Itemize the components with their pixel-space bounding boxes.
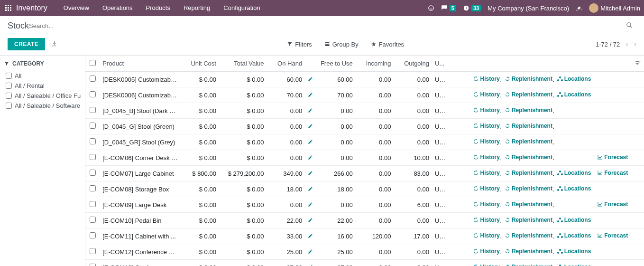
debug-icon[interactable] [576, 5, 582, 11]
replenishment-button[interactable]: Replenishment [505, 91, 552, 98]
pager-next[interactable]: › [634, 40, 636, 48]
table-row[interactable]: [DESK0005] Customizable...$ 0.00$ 0.0060… [85, 72, 644, 87]
menu-item-reporting[interactable]: Reporting [177, 0, 217, 16]
table-row[interactable]: [D_0045_G] Stool (Green)$ 0.00$ 0.000.00… [85, 119, 644, 134]
messages-icon[interactable]: 5 [441, 5, 456, 11]
col-outgoing[interactable]: Outgoing [394, 56, 432, 72]
row-checkbox[interactable] [90, 232, 96, 238]
category-item[interactable]: All / Saleable / Office Fur... [4, 91, 81, 101]
table-row[interactable]: [E-COM07] Large Cabinet$ 800.00$ 279,200… [85, 166, 644, 181]
edit-onhand-icon[interactable] [308, 202, 313, 209]
menu-item-overview[interactable]: Overview [57, 0, 96, 16]
pager-prev[interactable]: ‹ [626, 40, 628, 48]
edit-onhand-icon[interactable] [308, 76, 313, 83]
col-uom[interactable]: U... [432, 56, 451, 72]
edit-onhand-icon[interactable] [308, 265, 313, 266]
forecast-button[interactable]: Forecast [597, 201, 628, 208]
export-icon[interactable] [51, 40, 57, 48]
history-button[interactable]: History [473, 170, 499, 176]
forecast-button[interactable]: Forecast [597, 232, 628, 239]
apps-icon[interactable] [4, 5, 13, 11]
col-free[interactable]: Free to Use [317, 56, 356, 72]
edit-onhand-icon[interactable] [308, 124, 313, 130]
category-item[interactable]: All / Rental [4, 81, 81, 91]
table-row[interactable]: [D_0045_GR] Stool (Grey)$ 0.00$ 0.000.00… [85, 134, 644, 150]
pager-text[interactable]: 1-72 / 72 [596, 41, 620, 48]
edit-onhand-icon[interactable] [308, 171, 313, 177]
edit-onhand-icon[interactable] [308, 92, 313, 99]
module-name[interactable]: Inventory [16, 4, 47, 12]
category-checkbox[interactable] [6, 73, 12, 79]
row-checkbox[interactable] [90, 201, 96, 207]
row-checkbox[interactable] [90, 76, 96, 82]
locations-button[interactable]: Locations [557, 248, 591, 255]
row-checkbox[interactable] [90, 91, 96, 97]
replenishment-button[interactable]: Replenishment [505, 107, 552, 114]
table-row[interactable]: [E-COM10] Pedal Bin$ 0.00$ 0.0022.0022.0… [85, 213, 644, 228]
user-menu[interactable]: Mitchell Admin [589, 3, 640, 13]
forecast-button[interactable]: Forecast [597, 154, 628, 161]
table-row[interactable]: [E-COM06] Corner Desk R...$ 0.00$ 0.000.… [85, 150, 644, 166]
table-row[interactable]: [E-COM13] Conference C...$ 0.00$ 0.0027.… [85, 260, 644, 266]
history-button[interactable]: History [473, 264, 499, 266]
category-checkbox[interactable] [6, 103, 12, 109]
table-row[interactable]: [E-COM11] Cabinet with ...$ 0.00$ 0.0033… [85, 228, 644, 244]
history-button[interactable]: History [473, 232, 499, 239]
history-button[interactable]: History [473, 201, 499, 208]
history-button[interactable]: History [473, 217, 499, 223]
history-button[interactable]: History [473, 91, 499, 98]
replenishment-button[interactable]: Replenishment [505, 76, 552, 82]
table-row[interactable]: [DESK0006] Customizable...$ 0.00$ 0.0070… [85, 87, 644, 103]
history-button[interactable]: History [473, 185, 499, 192]
row-checkbox[interactable] [90, 138, 96, 144]
table-row[interactable]: [E-COM09] Large Desk$ 0.00$ 0.000.000.00… [85, 197, 644, 213]
replenishment-button[interactable]: Replenishment [505, 123, 552, 129]
select-all-checkbox[interactable] [90, 60, 96, 66]
edit-onhand-icon[interactable] [308, 108, 313, 114]
row-checkbox[interactable] [90, 217, 96, 223]
menu-item-products[interactable]: Products [139, 0, 177, 16]
edit-onhand-icon[interactable] [308, 249, 313, 256]
col-total-value[interactable]: Total Value [219, 56, 267, 72]
activities-icon[interactable]: 33 [463, 5, 481, 11]
replenishment-button[interactable]: Replenishment [505, 232, 552, 239]
row-checkbox[interactable] [90, 170, 96, 176]
locations-button[interactable]: Locations [557, 232, 591, 239]
forecast-button[interactable]: Forecast [597, 170, 628, 176]
table-row[interactable]: [E-COM08] Storage Box$ 0.00$ 0.0018.0018… [85, 181, 644, 197]
support-icon[interactable] [428, 5, 434, 11]
row-checkbox[interactable] [90, 154, 96, 160]
history-button[interactable]: History [473, 138, 499, 145]
category-checkbox[interactable] [6, 83, 12, 89]
row-checkbox[interactable] [90, 248, 96, 254]
filters-button[interactable]: Filters [287, 41, 312, 48]
category-checkbox[interactable] [6, 93, 12, 99]
category-item[interactable]: All [4, 71, 81, 81]
table-row[interactable]: [D_0045_B] Stool (Dark Bl...$ 0.00$ 0.00… [85, 103, 644, 119]
col-incoming[interactable]: Incoming [356, 56, 394, 72]
history-button[interactable]: History [473, 76, 499, 82]
edit-onhand-icon[interactable] [308, 139, 313, 146]
history-button[interactable]: History [473, 123, 499, 129]
category-item[interactable]: All / Saleable / Software [4, 101, 81, 111]
search-input[interactable] [29, 22, 171, 29]
col-unit-cost[interactable]: Unit Cost [181, 56, 219, 72]
history-button[interactable]: History [473, 248, 499, 255]
row-checkbox[interactable] [90, 185, 96, 191]
col-product[interactable]: Product [100, 56, 181, 72]
row-checkbox[interactable] [90, 107, 96, 113]
replenishment-button[interactable]: Replenishment [505, 185, 552, 192]
edit-onhand-icon[interactable] [308, 233, 313, 240]
menu-item-configuration[interactable]: Configuration [217, 0, 267, 16]
locations-button[interactable]: Locations [557, 91, 591, 98]
col-on-hand[interactable]: On Hand [267, 56, 305, 72]
row-checkbox[interactable] [90, 264, 96, 266]
replenishment-button[interactable]: Replenishment [505, 217, 552, 223]
replenishment-button[interactable]: Replenishment [505, 264, 552, 266]
edit-onhand-icon[interactable] [308, 155, 313, 162]
menu-item-operations[interactable]: Operations [96, 0, 139, 16]
history-button[interactable]: History [473, 154, 499, 161]
row-checkbox[interactable] [90, 123, 96, 129]
replenishment-button[interactable]: Replenishment [505, 248, 552, 255]
company-switcher[interactable]: My Company (San Francisco) [488, 5, 569, 12]
